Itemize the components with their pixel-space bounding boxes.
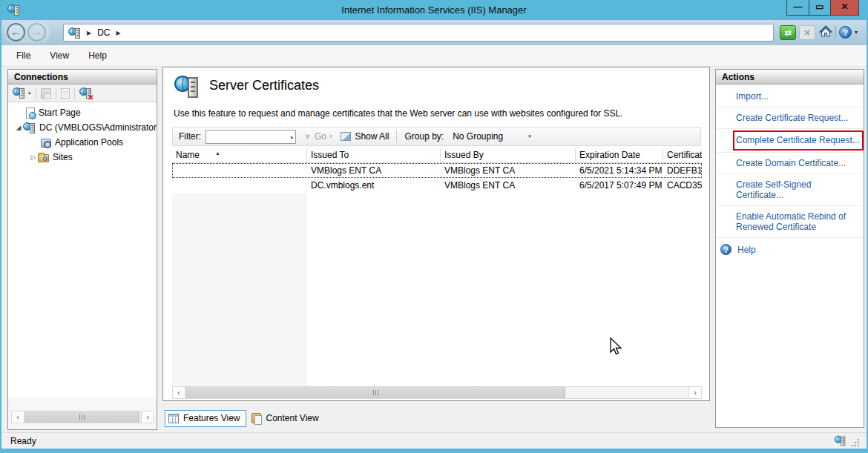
connections-toolbar: ▾ ✕ <box>8 85 157 102</box>
action-create-self-signed-certificate[interactable]: Create Self-Signed Certificate... <box>716 173 864 205</box>
breadcrumb-item-dc[interactable]: DC <box>97 27 110 38</box>
scroll-left-icon[interactable]: ‹ <box>12 411 24 423</box>
stop-icon: ✕ <box>799 25 815 40</box>
action-create-certificate-request[interactable]: Create Certificate Request... <box>716 107 864 128</box>
actions-header: Actions <box>716 70 864 85</box>
action-enable-automatic-rebind[interactable]: Enable Automatic Rebind of Renewed Certi… <box>716 205 864 237</box>
chevron-down-icon: ▾ <box>290 135 293 141</box>
back-button[interactable]: ← <box>7 23 25 42</box>
window-title: Internet Information Services (IIS) Mana… <box>0 4 868 16</box>
action-import[interactable]: Import... <box>716 86 864 107</box>
table-row[interactable]: VMBlogs ENT CA VMBlogs ENT CA 6/5/2021 5… <box>172 163 702 178</box>
column-header-issued-to[interactable]: Issued To <box>307 148 441 162</box>
menu-bar: File View Help <box>0 45 868 67</box>
show-all-button[interactable]: Show All <box>341 131 389 142</box>
view-tabs: Features View Content View <box>165 409 325 428</box>
menu-help[interactable]: Help <box>88 50 107 61</box>
server-certificates-panel: Server Certificates Use this feature to … <box>162 67 710 401</box>
window-bottom-border <box>0 449 868 453</box>
action-help[interactable]: ? Help <box>716 237 864 260</box>
scrollbar-thumb[interactable] <box>24 411 139 423</box>
tree-item-sites[interactable]: ▷ Sites <box>8 150 157 165</box>
tab-content-view[interactable]: Content View <box>249 411 324 426</box>
filter-toolbar: Filter: ▾ ▼ Go ▾ Show All Group by: No G… <box>172 127 701 146</box>
action-create-domain-certificate[interactable]: Create Domain Certificate... <box>716 152 864 173</box>
maximize-button[interactable]: ▭ <box>809 0 831 16</box>
feature-description: Use this feature to request and manage c… <box>174 108 622 119</box>
save-connection-icon <box>41 88 51 99</box>
expander-open-icon[interactable]: ◢ <box>14 124 23 131</box>
column-header-name[interactable]: Name ▲ <box>172 148 307 162</box>
start-page-icon <box>26 108 35 119</box>
title-bar[interactable]: Internet Information Services (IIS) Mana… <box>0 0 868 20</box>
chevron-down-icon: ▾ <box>528 133 531 139</box>
application-pools-icon <box>41 139 51 148</box>
breadcrumb-separator-icon: ▶ <box>116 30 121 36</box>
rename-connection-icon <box>61 88 70 99</box>
column-header-expiration-date[interactable]: Expiration Date <box>576 148 663 162</box>
delete-connection-icon[interactable]: ✕ <box>79 87 92 99</box>
connection-dropdown-caret-icon[interactable]: ▾ <box>28 90 31 96</box>
tree-item-start-page[interactable]: Start Page <box>8 105 157 120</box>
status-text: Ready <box>10 436 36 446</box>
table-header: Name ▲ Issued To Issued By Expiration Da… <box>172 148 702 163</box>
address-bar: ← → ▶ DC ▶ ⇄ ✕ ? ▾ <box>0 20 868 45</box>
actions-list: Import... Create Certificate Request... … <box>716 85 864 260</box>
tree-item-application-pools[interactable]: Application Pools <box>8 135 157 150</box>
help-icon[interactable]: ? <box>839 26 852 39</box>
features-view-icon <box>168 414 179 423</box>
scrollbar-thumb[interactable] <box>185 387 565 398</box>
content-view-icon <box>251 413 261 423</box>
breadcrumb[interactable]: ▶ DC ▶ <box>63 24 774 42</box>
iis-status-icon <box>835 435 846 446</box>
home-icon[interactable] <box>818 25 834 40</box>
column-header-issued-by[interactable]: Issued By <box>441 148 576 162</box>
close-button[interactable]: ✕ <box>831 0 859 16</box>
group-by-control: Group by: No Grouping ▾ <box>404 131 530 142</box>
name-column-shading <box>172 193 307 386</box>
toolbar-divider <box>74 87 75 99</box>
scroll-right-icon[interactable]: › <box>141 411 154 423</box>
filter-input[interactable]: ▾ <box>206 130 296 144</box>
column-header-certificate-hash[interactable]: Certificate Hash <box>663 148 702 162</box>
resize-grip[interactable] <box>852 439 859 446</box>
menu-view[interactable]: View <box>50 50 69 61</box>
scroll-left-icon[interactable]: ‹ <box>173 387 185 398</box>
group-by-dropdown[interactable]: No Grouping ▾ <box>453 131 531 142</box>
table-row[interactable]: DC.vmblogs.ent VMBlogs ENT CA 6/5/2017 5… <box>172 178 702 193</box>
connections-tree: Start Page ◢ DC (VMBLOGS\Administrator A… <box>8 102 157 397</box>
toolbar-divider <box>835 26 836 39</box>
server-icon <box>68 27 81 39</box>
toolbar-divider <box>36 87 36 99</box>
action-complete-certificate-request[interactable]: Complete Certificate Request... <box>716 128 864 151</box>
breadcrumb-separator-icon: ▶ <box>87 30 91 36</box>
certificates-table: Name ▲ Issued To Issued By Expiration Da… <box>172 148 702 193</box>
toolbar-divider <box>396 130 397 143</box>
connections-horizontal-scrollbar[interactable]: ‹ › <box>11 411 154 423</box>
iis-manager-window: Internet Information Services (IIS) Mana… <box>0 0 868 453</box>
sites-folder-icon <box>38 154 49 162</box>
help-dropdown-caret-icon[interactable]: ▾ <box>855 29 858 36</box>
connections-header: Connections <box>8 70 157 85</box>
main-horizontal-scrollbar[interactable]: ‹ › <box>172 386 702 399</box>
expander-closed-icon[interactable]: ▷ <box>29 153 38 161</box>
mouse-cursor <box>608 337 625 357</box>
scroll-right-icon[interactable]: › <box>688 387 701 398</box>
go-button: ▼ Go ▾ <box>303 131 332 142</box>
create-connection-icon[interactable] <box>13 87 25 99</box>
server-certificates-icon <box>174 74 200 99</box>
chevron-down-icon: ▾ <box>329 133 332 139</box>
tree-item-server-dc[interactable]: ◢ DC (VMBLOGS\Administrator <box>8 120 157 135</box>
menu-file[interactable]: File <box>16 50 30 61</box>
actions-panel: Actions Import... Create Certificate Req… <box>715 69 864 428</box>
group-by-label: Group by: <box>404 131 444 142</box>
annotation-highlight-box: Complete Certificate Request... <box>733 130 864 151</box>
sort-ascending-icon: ▲ <box>215 151 220 156</box>
filter-label: Filter: <box>179 131 201 142</box>
help-icon: ? <box>720 244 731 255</box>
minimize-button[interactable]: — <box>786 0 809 16</box>
connections-panel: Connections ▾ ✕ Start Page ◢ DC (VMBLOGS… <box>7 69 157 430</box>
forward-button[interactable]: → <box>27 23 46 42</box>
refresh-icon[interactable]: ⇄ <box>780 25 796 40</box>
tab-features-view[interactable]: Features View <box>165 410 246 427</box>
